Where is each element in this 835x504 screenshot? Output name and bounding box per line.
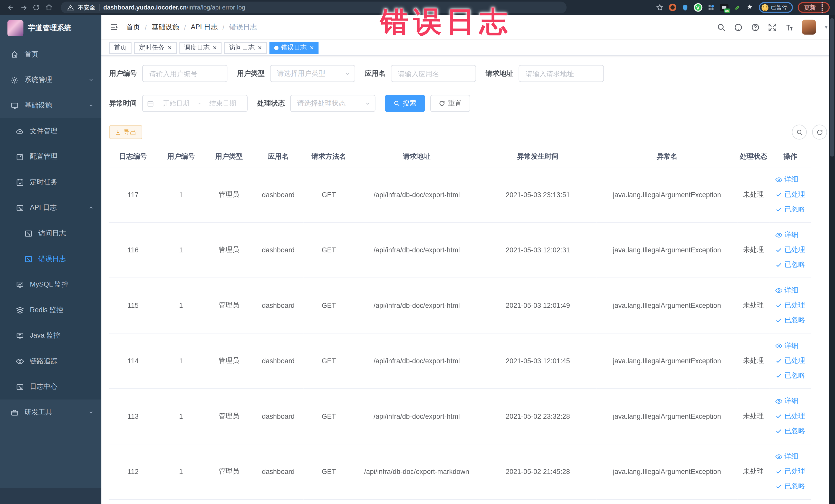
request-url-cell: /api/infra/db-doc/export-html: [354, 333, 480, 388]
edit-icon: [16, 153, 24, 160]
tab[interactable]: 定时任务 ×: [134, 42, 177, 54]
sidebar-item-scheduled-tasks[interactable]: 定时任务: [0, 169, 101, 195]
page-scrollbar[interactable]: [829, 15, 835, 504]
status-cell: 未处理: [737, 222, 769, 278]
filter-row-1: 用户编号 用户类型 请选择用户类型 应用名: [109, 65, 827, 82]
back-icon[interactable]: [5, 2, 16, 13]
method-cell: GET: [304, 388, 354, 444]
update-button[interactable]: 更新 ⋮⋮: [798, 2, 830, 13]
column-header: 用户类型: [205, 147, 253, 167]
menu-kebab-icon[interactable]: ⋮⋮: [819, 1, 826, 14]
toggle-search-button[interactable]: [792, 124, 807, 139]
mark-ignored-link[interactable]: 已忽略: [775, 481, 805, 491]
exception-time-range-picker[interactable]: 开始日期 - 结束日期: [142, 95, 248, 112]
extension-leaf-icon[interactable]: [733, 3, 741, 11]
search-icon: [393, 100, 400, 106]
exception-time-label: 异常时间: [109, 99, 137, 108]
tab[interactable]: 调度日志 ×: [179, 42, 222, 54]
tab-close-icon[interactable]: ×: [213, 44, 217, 51]
check-icon: [775, 246, 782, 254]
help-icon[interactable]: [751, 23, 760, 32]
detail-link[interactable]: 详细: [775, 451, 798, 461]
detail-link[interactable]: 详细: [775, 230, 798, 240]
reset-button[interactable]: 重置: [430, 95, 470, 112]
extension-shield-icon[interactable]: [681, 3, 689, 11]
search-icon[interactable]: [717, 23, 726, 32]
search-button[interactable]: 搜索: [385, 95, 425, 112]
tab-close-icon[interactable]: ×: [310, 44, 314, 51]
user-id-input[interactable]: [142, 65, 227, 82]
sidebar-item-error-log[interactable]: 错误日志: [0, 246, 101, 271]
fullscreen-icon[interactable]: [768, 23, 777, 32]
sidebar-item-mysql-monitor[interactable]: MySQL 监控: [0, 271, 101, 297]
star-bookmark-icon[interactable]: [656, 3, 664, 11]
mark-ignored-link[interactable]: 已忽略: [775, 260, 805, 269]
mark-processed-link[interactable]: 已处理: [775, 245, 805, 255]
app-logo-row[interactable]: 芋道管理系统: [0, 15, 101, 42]
sidebar-item-trace[interactable]: 链路追踪: [0, 348, 101, 374]
mark-processed-link[interactable]: 已处理: [775, 411, 805, 421]
mark-processed-link[interactable]: 已处理: [775, 300, 805, 310]
font-size-icon[interactable]: [785, 23, 794, 32]
log-id-cell: 115: [109, 278, 157, 333]
sidebar-item-infrastructure[interactable]: 基础设施: [0, 93, 101, 118]
exception-name-cell: java.lang.IllegalArgumentException: [596, 333, 738, 388]
tab-close-icon[interactable]: ×: [168, 44, 172, 51]
request-url-input[interactable]: [519, 65, 604, 82]
extension-v-icon[interactable]: V: [694, 3, 702, 12]
breadcrumb-api-log[interactable]: API 日志: [191, 22, 218, 32]
download-icon: [115, 129, 121, 135]
tab[interactable]: 错误日志 ×: [269, 42, 319, 54]
sidebar-item-file-mgmt[interactable]: 文件管理: [0, 118, 101, 144]
check-icon: [775, 412, 782, 420]
mark-processed-link[interactable]: 已处理: [775, 466, 805, 476]
detail-link[interactable]: 详细: [775, 397, 798, 406]
user-avatar[interactable]: [802, 20, 816, 35]
home-icon[interactable]: [44, 2, 54, 13]
sidebar-item-java-monitor[interactable]: Java 监控: [0, 323, 101, 348]
sidebar-item-redis-monitor[interactable]: Redis 监控: [0, 297, 101, 323]
reload-icon[interactable]: [31, 2, 41, 13]
extension-grid-icon[interactable]: [707, 3, 715, 11]
detail-link[interactable]: 详细: [775, 341, 798, 350]
log-edit-icon: [16, 383, 24, 391]
breadcrumb-infrastructure[interactable]: 基础设施: [151, 22, 179, 32]
mark-ignored-link[interactable]: 已忽略: [775, 315, 805, 325]
extension-onoff-icon[interactable]: on: [720, 4, 728, 11]
sidebar-item-dev-tools[interactable]: 研发工具: [0, 400, 101, 425]
github-icon[interactable]: [734, 23, 743, 32]
export-button[interactable]: 导出: [109, 125, 142, 139]
forward-icon[interactable]: [18, 2, 29, 13]
sidebar-item-access-log[interactable]: 访问日志: [0, 221, 101, 246]
tab-close-icon[interactable]: ×: [258, 44, 262, 51]
sidebar-item-system-mgmt[interactable]: 系统管理: [0, 67, 101, 93]
mark-ignored-link[interactable]: 已忽略: [775, 371, 805, 380]
mark-processed-link[interactable]: 已处理: [775, 356, 805, 365]
user-id-cell: 1: [157, 333, 205, 388]
mark-processed-link[interactable]: 已处理: [775, 190, 805, 199]
refresh-table-button[interactable]: [812, 124, 827, 139]
end-date-placeholder: 结束日期: [203, 99, 243, 108]
extension-puzzle-icon[interactable]: [746, 3, 754, 11]
extension-target-icon[interactable]: [669, 4, 676, 11]
tab[interactable]: 访问日志 ×: [224, 42, 267, 54]
app-name-input[interactable]: [391, 65, 476, 82]
request-url-label: 请求地址: [486, 69, 513, 78]
breadcrumb-home[interactable]: 首页: [126, 22, 140, 32]
profile-paused-chip[interactable]: 已暂停: [758, 2, 793, 13]
avatar-caret-icon[interactable]: ▼: [824, 24, 829, 30]
sidebar-item-api-log[interactable]: API 日志: [0, 195, 101, 221]
sidebar-item-home[interactable]: 首页: [0, 42, 101, 67]
hamburger-icon[interactable]: [109, 23, 119, 31]
process-status-select[interactable]: 请选择处理状态: [290, 95, 375, 112]
user-type-select[interactable]: 请选择用户类型: [270, 65, 355, 82]
sidebar-item-log-center[interactable]: 日志中心: [0, 374, 101, 400]
scrollbar-thumb[interactable]: [830, 18, 834, 157]
tab[interactable]: 首页: [109, 42, 131, 54]
detail-link[interactable]: 详细: [775, 285, 798, 295]
sidebar-item-config-mgmt[interactable]: 配置管理: [0, 144, 101, 169]
sidebar-collapse-bar[interactable]: [0, 488, 101, 504]
mark-ignored-link[interactable]: 已忽略: [775, 205, 805, 214]
detail-link[interactable]: 详细: [775, 175, 798, 184]
mark-ignored-link[interactable]: 已忽略: [775, 426, 805, 436]
